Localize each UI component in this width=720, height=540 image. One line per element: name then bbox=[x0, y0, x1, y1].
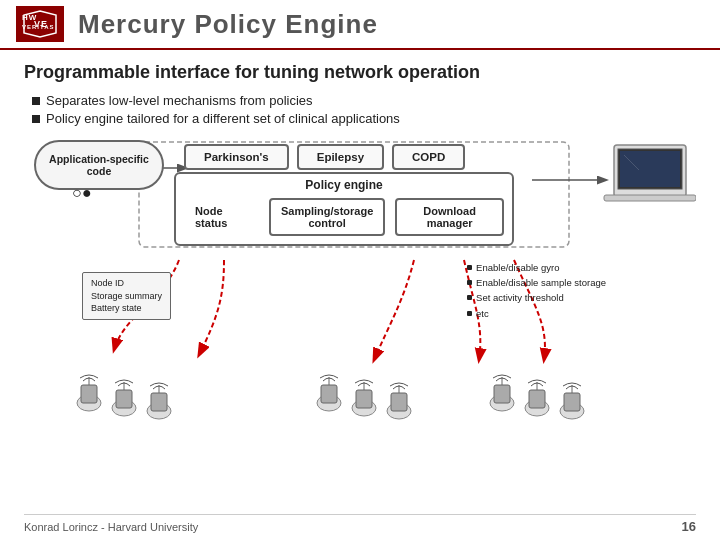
policy-engine-wrapper: Policy engine Node status Sampling/stora… bbox=[174, 172, 514, 246]
svg-rect-20 bbox=[151, 393, 167, 411]
rb-dot-4 bbox=[467, 311, 472, 316]
svg-point-31 bbox=[490, 395, 514, 411]
rb-4: etc bbox=[467, 306, 606, 321]
rb-dot-2 bbox=[467, 280, 472, 285]
right-bullets: Enable/disable gyro Enable/disable sampl… bbox=[467, 260, 606, 321]
svg-line-11 bbox=[624, 155, 639, 170]
svg-rect-32 bbox=[494, 385, 510, 403]
copd-box: COPD bbox=[392, 144, 465, 170]
bullet-list: Separates low-level mechanisms from poli… bbox=[32, 93, 696, 126]
svg-rect-10 bbox=[620, 151, 680, 187]
footer: Konrad Lorincz - Harvard University 16 bbox=[24, 514, 696, 534]
download-manager-box: Download manager bbox=[395, 198, 504, 236]
pe-apps-row: Parkinson's Epilepsy COPD bbox=[184, 144, 465, 170]
rb-dot-3 bbox=[467, 295, 472, 300]
svg-rect-38 bbox=[564, 393, 580, 411]
footer-page-number: 16 bbox=[682, 519, 696, 534]
parkinson-box: Parkinson's bbox=[184, 144, 289, 170]
svg-rect-14 bbox=[81, 385, 97, 403]
svg-rect-23 bbox=[321, 385, 337, 403]
app-code-label: Application-specific code bbox=[34, 140, 164, 190]
page-title: Mercury Policy Engine bbox=[78, 9, 378, 40]
svg-rect-8 bbox=[618, 149, 682, 189]
harvard-logo: HW VERITAS VE bbox=[16, 6, 64, 42]
svg-point-19 bbox=[147, 403, 171, 419]
svg-point-37 bbox=[560, 403, 584, 419]
node-info-box: Node ID Storage summary Battery state bbox=[82, 272, 171, 320]
slide-subtitle: Programmable interface for tuning networ… bbox=[24, 62, 696, 83]
logo-area: HW VERITAS VE bbox=[16, 6, 64, 42]
policy-engine-title: Policy engine bbox=[184, 178, 504, 192]
pe-bottom-row: Node status Sampling/storage control Dow… bbox=[184, 198, 504, 236]
sampling-control-box: Sampling/storage control bbox=[269, 198, 385, 236]
svg-rect-17 bbox=[116, 390, 132, 408]
footer-author: Konrad Lorincz - Harvard University bbox=[24, 521, 198, 533]
svg-point-34 bbox=[525, 400, 549, 416]
app-code-cloud: Application-specific code ○ ● bbox=[34, 140, 164, 194]
svg-point-22 bbox=[317, 395, 341, 411]
node-status-label: Node status bbox=[184, 198, 259, 236]
diagram: Application-specific code ○ ● Parkinson'… bbox=[24, 140, 696, 470]
bullet-icon-2 bbox=[32, 115, 40, 123]
svg-point-16 bbox=[112, 400, 136, 416]
svg-rect-7 bbox=[614, 145, 686, 197]
svg-point-25 bbox=[352, 400, 376, 416]
svg-text:VE: VE bbox=[34, 19, 48, 29]
bullet-item-2: Policy engine tailored for a different s… bbox=[32, 111, 696, 126]
svg-rect-9 bbox=[604, 195, 696, 201]
rb-2: Enable/disable sample storage bbox=[467, 275, 606, 290]
svg-rect-29 bbox=[391, 393, 407, 411]
header: HW VERITAS VE Mercury Policy Engine bbox=[0, 0, 720, 50]
bullet-icon-1 bbox=[32, 97, 40, 105]
svg-rect-35 bbox=[529, 390, 545, 408]
bullet-item-1: Separates low-level mechanisms from poli… bbox=[32, 93, 696, 108]
rb-1: Enable/disable gyro bbox=[467, 260, 606, 275]
rb-dot-1 bbox=[467, 265, 472, 270]
main-content: Programmable interface for tuning networ… bbox=[0, 50, 720, 478]
svg-rect-26 bbox=[356, 390, 372, 408]
svg-point-13 bbox=[77, 395, 101, 411]
rb-3: Set activity threshold bbox=[467, 290, 606, 305]
svg-point-28 bbox=[387, 403, 411, 419]
cloud-dots: ○ ● bbox=[72, 184, 90, 202]
epilepsy-box: Epilepsy bbox=[297, 144, 384, 170]
